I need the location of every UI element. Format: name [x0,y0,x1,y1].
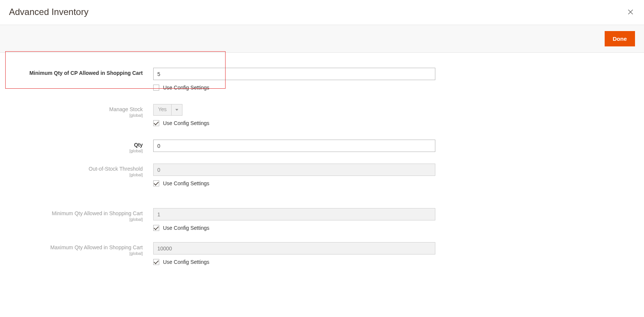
field-label: Minimum Qty of CP Allowed in Shopping Ca… [9,70,143,76]
field-col: Use Config Settings [153,68,435,91]
field-scope: [global] [9,217,143,222]
action-bar: Done [0,25,644,53]
use-config-label: Use Config Settings [163,120,209,126]
label-col: Minimum Qty of CP Allowed in Shopping Ca… [9,68,153,76]
field-label: Qty [9,142,143,148]
use-config-row: Use Config Settings [153,120,435,126]
close-button[interactable] [626,7,635,16]
qty-input[interactable] [153,140,435,152]
form-area: Minimum Qty of CP Allowed in Shopping Ca… [0,53,644,277]
field-scope: [global] [9,173,143,177]
field-label: Minimum Qty Allowed in Shopping Cart [9,210,143,216]
use-config-row: Use Config Settings [153,180,435,186]
modal-header: Advanced Inventory [0,0,644,25]
use-config-checkbox-min-qty[interactable] [153,225,159,231]
field-row-qty: Qty [global] [9,140,635,153]
done-button[interactable]: Done [605,31,635,46]
field-label: Maximum Qty Allowed in Shopping Cart [9,244,143,250]
field-row-out-of-stock-threshold: Out-of-Stock Threshold [global] Use Conf… [9,164,635,186]
use-config-label: Use Config Settings [163,180,209,186]
field-col: Use Config Settings [153,242,435,265]
field-scope: [global] [9,251,143,256]
field-row-min-qty: Minimum Qty Allowed in Shopping Cart [gl… [9,208,635,231]
min-cp-qty-input[interactable] [153,68,435,80]
label-col: Manage Stock [global] [9,104,153,118]
field-label: Manage Stock [9,106,143,112]
label-col: Maximum Qty Allowed in Shopping Cart [gl… [9,242,153,256]
out-of-stock-threshold-input [153,164,435,176]
field-scope: [global] [9,149,143,153]
use-config-row: Use Config Settings [153,259,435,265]
chevron-down-icon [172,104,182,115]
label-col: Minimum Qty Allowed in Shopping Cart [gl… [9,208,153,222]
use-config-label: Use Config Settings [163,85,209,91]
field-col: Use Config Settings [153,164,435,186]
field-row-manage-stock: Manage Stock [global] Yes Use Config Set… [9,104,635,126]
field-col: Yes Use Config Settings [153,104,435,126]
field-scope: [global] [9,113,143,118]
max-qty-input [153,242,435,254]
label-col: Out-of-Stock Threshold [global] [9,164,153,177]
manage-stock-select: Yes [153,104,182,116]
field-label: Out-of-Stock Threshold [9,166,143,172]
min-qty-input [153,208,435,220]
use-config-checkbox-min-cp-qty[interactable] [153,85,159,91]
use-config-label: Use Config Settings [163,259,209,265]
field-row-max-qty: Maximum Qty Allowed in Shopping Cart [gl… [9,242,635,265]
use-config-label: Use Config Settings [163,225,209,231]
field-col: Use Config Settings [153,208,435,231]
use-config-checkbox-manage-stock[interactable] [153,120,159,126]
close-icon [627,9,634,15]
use-config-row: Use Config Settings [153,85,435,91]
select-value: Yes [154,104,172,115]
use-config-checkbox-oos-threshold[interactable] [153,180,159,186]
modal-title: Advanced Inventory [9,7,88,17]
use-config-checkbox-max-qty[interactable] [153,259,159,265]
field-row-min-cp-qty: Minimum Qty of CP Allowed in Shopping Ca… [9,68,635,91]
use-config-row: Use Config Settings [153,225,435,231]
label-col: Qty [global] [9,140,153,153]
field-col [153,140,435,152]
